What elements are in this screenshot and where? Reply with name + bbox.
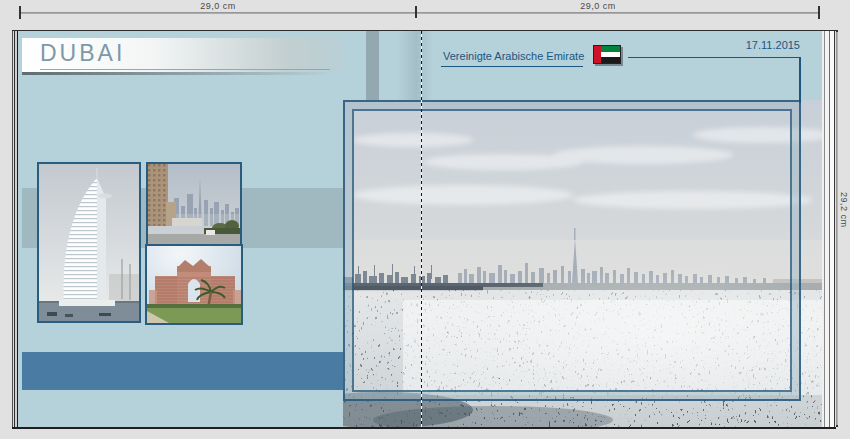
flag-rows: [601, 46, 620, 63]
ruler-label-side: 29,2 cm: [839, 192, 849, 228]
photo-frame-overlay: [343, 100, 801, 401]
photo-burj-al-arab[interactable]: [37, 162, 141, 323]
country-underline: [441, 66, 583, 67]
photo-dubai-skyline[interactable]: [146, 162, 242, 246]
date-label[interactable]: 17.11.2015: [710, 39, 800, 51]
country-label[interactable]: Vereinigte Arabische Emirate: [443, 50, 584, 62]
photobook-editor-canvas: 29,0 cm 29,0 cm 29,2 cm DUBAI: [0, 0, 850, 439]
photo-atlantis-the-palm[interactable]: [145, 244, 243, 325]
page-title[interactable]: DUBAI: [40, 40, 125, 67]
photo-dubai-sea-panorama[interactable]: [343, 100, 822, 427]
ruler-label-left-page: 29,0 cm: [168, 1, 268, 11]
header-rule-line: [628, 57, 800, 58]
title-banner-shadow: [22, 72, 345, 75]
ruler-tick-middle: [415, 6, 417, 18]
ruler-line: [19, 12, 820, 14]
title-underline: [40, 69, 330, 70]
spread-bottom-edge: [12, 427, 836, 429]
page-edge-right: [822, 31, 836, 427]
spread-top-edge: [12, 30, 836, 31]
ruler-line-vertical: [836, 30, 838, 427]
ruler-label-right-page: 29,0 cm: [548, 1, 648, 11]
flag-red-stripe: [594, 46, 601, 63]
fold-dashed-guide: [421, 31, 422, 427]
title-banner[interactable]: DUBAI: [22, 38, 345, 72]
page-edge-left: [12, 31, 22, 427]
ruler-tick-left: [19, 6, 21, 19]
ruler-tick-right: [818, 6, 820, 19]
uae-flag-icon[interactable]: [593, 45, 621, 64]
date-vertical-line: [799, 57, 801, 103]
